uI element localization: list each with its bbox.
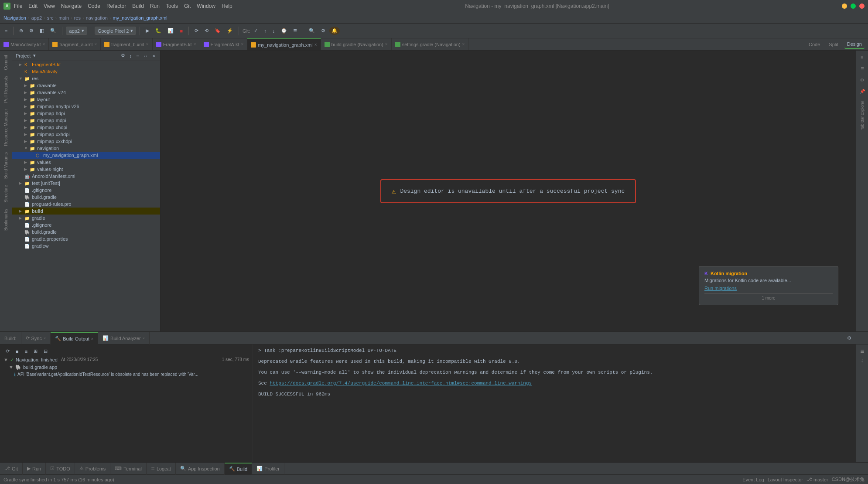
power-save-btn[interactable]: ⚡ [225, 27, 235, 35]
tab-fragmentb-kt[interactable]: FragmentB.kt × [153, 38, 200, 51]
expand-arrow[interactable]: ▶ [24, 160, 28, 164]
expand-arrow[interactable]: ▶ [24, 97, 28, 102]
close-tab-fragmenta[interactable]: × [241, 42, 244, 47]
bottom-tab-build-analyzer[interactable]: 📊 Build Analyzer × [98, 332, 150, 344]
git-history-btn[interactable]: ⌚ [279, 27, 289, 35]
menu-file[interactable]: File [14, 3, 22, 9]
git-annotate-btn[interactable]: ≣ [291, 27, 299, 35]
menu-view[interactable]: View [44, 3, 55, 9]
resource-manager-btn[interactable]: Resource Manager [2, 106, 10, 149]
run-manager-btn[interactable]: ⚙ [27, 27, 36, 35]
tree-item[interactable]: ▶ 📁 mipmap-hdpi [12, 110, 160, 117]
close-tab-fragment-a[interactable]: × [94, 42, 97, 47]
menu-refactor[interactable]: Refactor [106, 3, 126, 9]
expand-arrow[interactable]: ▶ [24, 83, 28, 88]
bottom-tab-build-label[interactable]: Build: [0, 332, 21, 344]
expand-arrow2[interactable]: ▼ [9, 365, 14, 370]
close-tab-mainactivity[interactable]: × [42, 42, 45, 47]
close-tab-nav-graph[interactable]: × [314, 42, 317, 47]
expand-arrow[interactable]: ▶ [24, 90, 28, 95]
tab-mainactivity[interactable]: MainActivity.kt × [0, 38, 49, 51]
menu-build[interactable]: Build [132, 3, 144, 9]
expand-arrow[interactable]: ▶ [24, 104, 28, 109]
right-strip-btn4[interactable]: 📌 [858, 86, 867, 96]
tree-item-nav-graph[interactable]: ⬡ my_navigation_graph.xml [12, 152, 160, 159]
tree-item-navigation[interactable]: ▼ 📁 navigation [12, 145, 160, 152]
menu-bar[interactable]: File Edit View Navigate Code Refactor Bu… [14, 3, 232, 9]
tab-fragmenta-kt[interactable]: FragmentA.kt × [200, 38, 248, 51]
menu-run[interactable]: Run [150, 3, 160, 9]
settings-btn[interactable]: ⚙ [319, 27, 328, 35]
bottom-right-btn2[interactable]: ↕ [858, 356, 867, 365]
footer-tab-problems[interactable]: ⚠ Problems [75, 463, 110, 475]
target-config-btn[interactable]: ⊕ [17, 27, 25, 35]
search-btn[interactable]: 🔍 [48, 27, 58, 35]
window-controls[interactable] [842, 3, 865, 9]
nav-app2[interactable]: app2 [31, 15, 42, 20]
nav-current-file[interactable]: my_navigation_graph.xml [113, 15, 167, 20]
tree-item[interactable]: 📄 gradlew [12, 242, 160, 249]
tab-fragment-b[interactable]: fragment_b.xml × [101, 38, 153, 51]
expand-arrow[interactable]: ▶ [24, 139, 28, 143]
tab-split-view[interactable]: Split [826, 41, 841, 48]
tree-item[interactable]: ▶ 📁 values [12, 159, 160, 166]
right-strip-btn3[interactable]: ⚙ [858, 75, 867, 85]
device-dropdown[interactable]: Google Pixel 2 ▾ [95, 27, 137, 35]
tree-item[interactable]: 📄 .gitignore [12, 187, 160, 194]
close-build-analyzer-tab[interactable]: × [143, 336, 145, 341]
nav-main[interactable]: main [58, 15, 69, 20]
expand-arrow[interactable]: ▶ [19, 181, 23, 185]
expand-arrow[interactable]: ▶ [24, 167, 28, 171]
tab-fragment-a[interactable]: fragment_a.xml × [49, 38, 101, 51]
tab-build-gradle-nav[interactable]: build.gradle (Navigation) × [321, 38, 392, 51]
tree-item[interactable]: 🐘 build.gradle [12, 228, 160, 235]
gradle-docs-link[interactable]: https://docs.gradle.org/7.4/userguide/co… [270, 381, 532, 386]
expand-arrow[interactable]: ▶ [24, 111, 28, 116]
build-tree-gradle[interactable]: ▼ 🐘 build.gradle app [2, 364, 251, 371]
git-commit-btn[interactable]: ✓ [252, 27, 260, 35]
expand-arrow[interactable]: ▼ [19, 76, 23, 81]
build-panel-settings-btn[interactable]: ⚙ [845, 334, 854, 342]
structure-btn[interactable]: Structure [2, 182, 10, 205]
layout-inspector-btn[interactable]: Layout Inspector [768, 477, 803, 482]
debug-button[interactable]: 🐛 [153, 27, 164, 35]
close-tab-fragmentb[interactable]: × [194, 42, 196, 47]
bookmark-btn[interactable]: 🔖 [212, 27, 223, 35]
right-strip-btn2[interactable]: ≣ [858, 64, 867, 73]
tab-settings-gradle[interactable]: settings.gradle (Navigation) × [392, 38, 469, 51]
tree-item-build[interactable]: ▶ 📁 build [12, 208, 160, 215]
close-sync-tab[interactable]: × [44, 336, 46, 341]
bookmarks-btn[interactable]: Bookmarks [2, 206, 10, 233]
tree-item[interactable]: 📄 gradle.properties [12, 235, 160, 242]
menu-tools[interactable]: Tools [166, 3, 178, 9]
expand-arrow[interactable]: ▼ [24, 146, 28, 150]
tree-item[interactable]: ▶ 📁 drawable [12, 82, 160, 89]
tree-item[interactable]: ▶ K FragmentB.kt [12, 61, 160, 68]
search-everywhere-btn[interactable]: 🔍 [307, 27, 317, 35]
menu-code[interactable]: Code [88, 3, 100, 9]
build-sync-btn[interactable]: ⟳ [3, 347, 12, 355]
close-tab-settings-gradle[interactable]: × [462, 42, 465, 47]
footer-tab-terminal[interactable]: ⌨ Terminal [110, 463, 147, 475]
nav-res[interactable]: res [74, 15, 81, 20]
tree-item[interactable]: 📄 .gitignore [12, 222, 160, 228]
close-button[interactable] [859, 3, 865, 9]
expand-arrow[interactable]: ▶ [19, 216, 23, 220]
tree-item[interactable]: ▶ 📁 test [unitTest] [12, 180, 160, 187]
menu-help[interactable]: Help [222, 3, 232, 9]
maximize-button[interactable] [851, 3, 856, 9]
tab-code-view[interactable]: Code [806, 41, 823, 48]
right-strip-btn1[interactable]: ≡ [858, 52, 867, 62]
menu-navigate[interactable]: Navigate [61, 3, 82, 9]
expand-arrow[interactable]: ▶ [19, 209, 23, 213]
expand-arrow[interactable]: ▼ [3, 357, 8, 362]
build-expand-btn[interactable]: ⊞ [31, 347, 40, 355]
tree-item[interactable]: 🐘 build.gradle [12, 194, 160, 201]
bottom-tab-sync[interactable]: ⟳ Sync × [21, 332, 51, 344]
right-strip-tab-bar-btn[interactable]: Tab Bar Explorer [858, 98, 867, 133]
sidebar-filter-btn[interactable]: ≡ [135, 52, 140, 59]
expand-arrow[interactable]: ▶ [24, 125, 28, 130]
tab-design-view[interactable]: Design [844, 40, 865, 49]
sidebar-collapse-btn[interactable]: ↔ [142, 52, 150, 59]
event-log-btn[interactable]: Event Log [742, 477, 764, 482]
